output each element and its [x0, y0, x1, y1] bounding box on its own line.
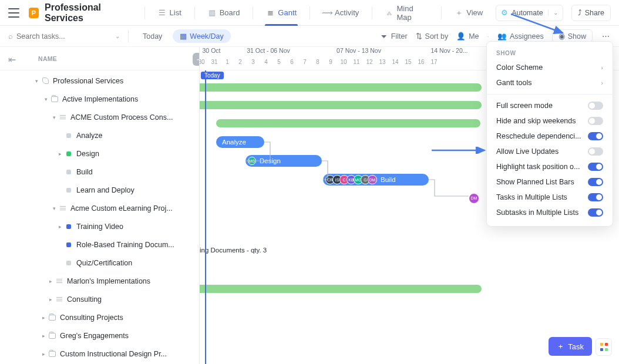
list-icon: ☰	[158, 9, 166, 17]
toggle[interactable]	[588, 178, 603, 186]
people-icon: 👥	[497, 32, 507, 41]
toggle[interactable]	[588, 117, 603, 125]
tree-task-quiz[interactable]: Quiz/Certification	[0, 254, 199, 272]
tree-task-training-video[interactable]: ▸ Training Video	[0, 217, 199, 235]
tree-label: Professional Services	[53, 77, 123, 85]
tree-folder-gregs[interactable]: ▸ Greg's Engagements	[0, 326, 199, 345]
sidebar-column-header: NAME	[0, 47, 199, 70]
tree-folder-active[interactable]: ▾ Active Implementations	[0, 90, 199, 108]
gantt-summary-bar[interactable]	[200, 83, 482, 92]
toggle[interactable]	[588, 102, 603, 110]
tree-list-consulting[interactable]: ▸ Consulting	[0, 290, 199, 308]
day-label: 17	[428, 59, 440, 70]
collapse-icon[interactable]: ⇤	[8, 54, 16, 65]
assignees-button[interactable]: 👥 Assignees	[497, 32, 544, 41]
eye-icon: ◉	[559, 32, 565, 41]
filter-button[interactable]: ⏷ Filter	[381, 32, 408, 41]
day-label: 15	[402, 59, 415, 70]
chevron-down-icon[interactable]: ⌄	[548, 9, 558, 16]
tree-label: Marlon's Implementations	[67, 277, 150, 285]
calendar-icon: ▦	[180, 32, 187, 41]
tree-label: Consulting Projects	[60, 314, 123, 322]
tree-task-design[interactable]: ▸ Design	[0, 144, 199, 163]
show-hide-weekends[interactable]: Hide and skip weekends	[487, 113, 613, 129]
tree-folder-custom-inst[interactable]: ▸ Custom Instructional Design Pr...	[0, 345, 199, 363]
tree-root[interactable]: ▾ Professional Services	[0, 72, 199, 90]
add-button[interactable]: ＋	[193, 53, 200, 66]
app-header: P Professional Services ☰ List ▥ Board ≣…	[0, 0, 619, 26]
gantt-summary-bar[interactable]	[200, 285, 482, 293]
show-reschedule[interactable]: Reschedule dependenci...	[487, 129, 613, 144]
sort-icon: ⇅	[416, 32, 422, 41]
folder-icon	[51, 96, 59, 102]
task-tree: ▾ Professional Services ▾ Active Impleme…	[0, 70, 199, 363]
search-input[interactable]	[16, 32, 112, 41]
gantt-bar-design[interactable]: MG Design	[245, 155, 322, 167]
today-button[interactable]: Today	[137, 30, 168, 43]
show-planned-bars[interactable]: Show Planned List Bars	[487, 174, 613, 190]
day-label: 7	[298, 59, 311, 70]
tree-task-build[interactable]: Build	[0, 163, 199, 181]
show-full-screen[interactable]: Full screen mode	[487, 98, 613, 113]
show-tasks-multi[interactable]: Tasks in Multiple Lists	[487, 190, 613, 205]
automate-button[interactable]: ⚙ Automate ⌄	[496, 5, 563, 21]
tree-task-role-based[interactable]: Role-Based Training Docum...	[0, 235, 199, 254]
show-gantt-tools[interactable]: Gantt tools ›	[487, 75, 613, 90]
weekday-button[interactable]: ▦ Week/Day	[173, 29, 230, 43]
chevron-right-icon: ›	[601, 64, 603, 71]
tab-gantt[interactable]: ≣ Gantt	[260, 0, 302, 26]
gantt-summary-bar[interactable]	[216, 119, 480, 127]
tree-label: Learn and Deploy	[76, 186, 134, 194]
tree-folder-consulting-projects[interactable]: ▸ Consulting Projects	[0, 308, 199, 326]
gantt-bar-role-docs[interactable]: ing Documents - qty. 3	[200, 247, 267, 254]
me-button[interactable]: 👤 Me	[456, 32, 479, 41]
tab-mindmap[interactable]: ஃ Mind Map	[379, 0, 434, 26]
folder-icon	[48, 333, 56, 339]
search-icon: ⌕	[8, 32, 13, 41]
day-label: 8	[311, 59, 324, 70]
more-icon[interactable]: ⋯	[601, 32, 611, 41]
person-icon: 👤	[456, 32, 466, 41]
folder-icon	[48, 351, 56, 357]
tree-list-acme-elearn[interactable]: ▾ Acme Custom eLearning Proj...	[0, 199, 199, 217]
tab-activity[interactable]: ⟿ Activity	[317, 0, 365, 26]
tab-board[interactable]: ▥ Board	[202, 0, 246, 26]
chevron-down-icon[interactable]: ⌄	[115, 33, 120, 39]
space-badge: P	[29, 8, 39, 18]
bar-label: Design	[260, 157, 281, 164]
tree-list-acme-process[interactable]: ▾ ACME Custom Process Cons...	[0, 108, 199, 126]
toggle[interactable]	[588, 132, 603, 140]
tree-task-analyze[interactable]: Analyze	[0, 126, 199, 144]
tree-task-learn-deploy[interactable]: Learn and Deploy	[0, 181, 199, 199]
row-label: Full screen mode	[496, 102, 553, 110]
toggle[interactable]	[588, 147, 603, 156]
apps-grid-button[interactable]	[596, 338, 612, 356]
gantt-summary-bar[interactable]	[200, 101, 482, 109]
tree-label: Role-Based Training Docum...	[76, 241, 174, 249]
tree-label: Acme Custom eLearning Proj...	[70, 204, 173, 213]
tab-list[interactable]: ☰ List	[152, 0, 187, 26]
gantt-bar-build[interactable]: CRISCKBMGGDM Build	[323, 174, 429, 186]
new-task-button[interactable]: ＋ Task	[549, 337, 592, 356]
sortby-button[interactable]: ⇅ Sort by	[416, 32, 449, 41]
show-subtasks-multi[interactable]: Subtasks in Multiple Lists	[487, 205, 613, 220]
toggle[interactable]	[588, 193, 603, 201]
tree-label: Training Video	[76, 223, 123, 231]
show-color-scheme[interactable]: Color Scheme ›	[487, 60, 613, 75]
row-label: Show Planned List Bars	[496, 178, 574, 186]
toggle[interactable]	[588, 208, 603, 217]
day-label: 4	[260, 59, 273, 70]
show-highlight[interactable]: Highlight task position o...	[487, 159, 613, 174]
gantt-bar-learn-deploy[interactable]: DM	[469, 191, 479, 204]
show-live-updates[interactable]: Allow Live Updates	[487, 144, 613, 159]
tab-add-view[interactable]: ＋ View	[449, 0, 489, 26]
status-icon	[65, 188, 73, 193]
tree-list-marlons[interactable]: ▸ Marlon's Implementations	[0, 272, 199, 290]
plus-icon: ＋	[557, 341, 564, 352]
hamburger-menu-icon[interactable]	[8, 8, 19, 18]
gantt-bar-analyze[interactable]: Analyze	[216, 136, 264, 148]
robot-icon: ⚙	[501, 8, 508, 17]
share-button[interactable]: ⤴ Share	[571, 5, 611, 21]
toggle[interactable]	[588, 163, 603, 171]
day-label: 9	[324, 59, 337, 70]
